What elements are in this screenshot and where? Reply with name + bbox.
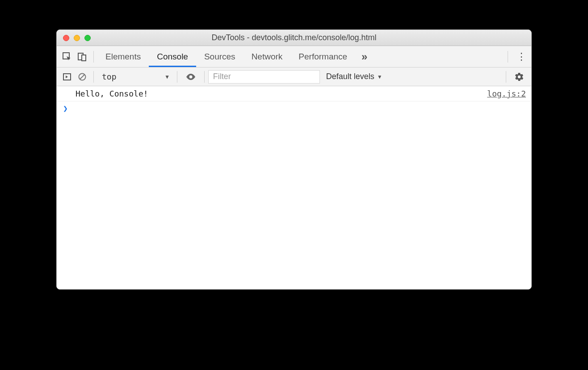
live-expression-icon[interactable] — [185, 71, 196, 82]
divider — [93, 71, 94, 83]
tab-elements[interactable]: Elements — [97, 46, 149, 67]
tab-performance[interactable]: Performance — [290, 46, 355, 67]
divider — [177, 71, 177, 83]
divider — [508, 51, 508, 63]
tab-sources[interactable]: Sources — [196, 46, 244, 67]
console-log-row: Hello, Console! log.js:2 — [57, 86, 531, 101]
context-selector[interactable]: top ▼ — [97, 72, 173, 81]
console-settings-icon[interactable] — [510, 72, 529, 82]
svg-point-6 — [189, 75, 192, 78]
more-tabs-icon[interactable]: » — [355, 50, 374, 63]
svg-line-5 — [80, 75, 84, 79]
inspect-element-icon[interactable] — [59, 52, 75, 62]
minimize-window-button[interactable] — [74, 35, 80, 41]
context-label: top — [102, 72, 117, 81]
close-window-button[interactable] — [63, 35, 69, 41]
console-body: Hello, Console! log.js:2 ❯ — [57, 86, 531, 289]
clear-console-icon[interactable] — [75, 72, 90, 81]
toggle-sidebar-icon[interactable] — [59, 72, 75, 81]
titlebar: DevTools - devtools.glitch.me/console/lo… — [57, 30, 531, 46]
devtools-window: DevTools - devtools.glitch.me/console/lo… — [56, 29, 532, 290]
window-title: DevTools - devtools.glitch.me/console/lo… — [57, 33, 531, 42]
log-levels-selector[interactable]: Default levels ▼ — [320, 72, 389, 81]
divider — [506, 71, 506, 83]
log-message: Hello, Console! — [76, 89, 487, 98]
divider — [93, 51, 94, 63]
console-toolbar: top ▼ Default levels ▼ — [57, 67, 531, 86]
device-toolbar-icon[interactable] — [75, 52, 90, 62]
chevron-down-icon: ▼ — [166, 74, 169, 80]
chevron-down-icon: ▼ — [377, 74, 382, 80]
tabbar: Elements Console Sources Network Perform… — [57, 46, 531, 67]
filter-input[interactable] — [208, 70, 320, 84]
log-source-link[interactable]: log.js:2 — [487, 89, 526, 98]
levels-label: Default levels — [326, 72, 374, 81]
tab-network[interactable]: Network — [244, 46, 291, 67]
prompt-caret-icon: ❯ — [63, 104, 68, 113]
divider — [204, 71, 205, 83]
tab-console[interactable]: Console — [149, 46, 196, 67]
console-prompt[interactable]: ❯ — [57, 101, 531, 115]
traffic-lights — [57, 35, 91, 41]
more-options-icon[interactable]: ⋮ — [512, 51, 531, 63]
zoom-window-button[interactable] — [84, 35, 91, 41]
svg-rect-2 — [82, 55, 86, 61]
